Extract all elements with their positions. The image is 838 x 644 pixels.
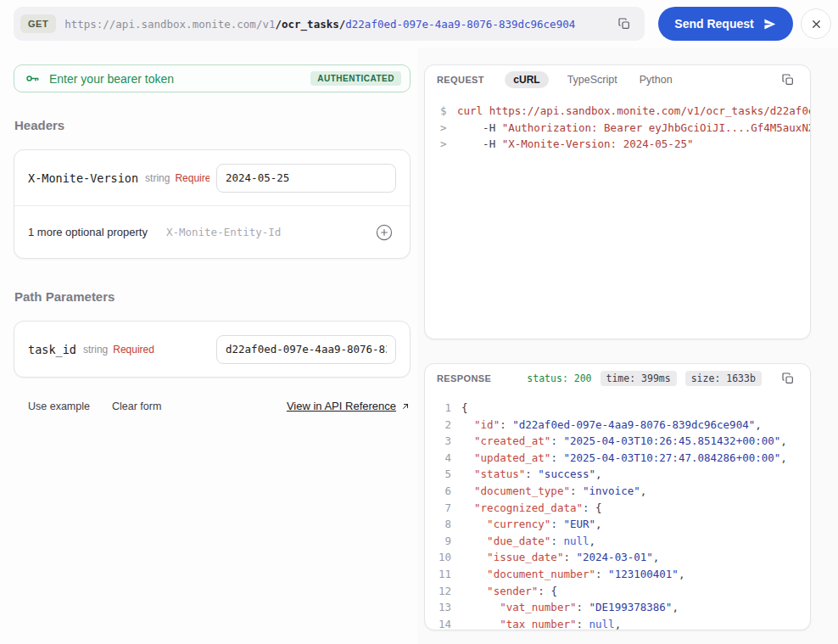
request-code-line: > -H "X-Monite-Version: 2024-05-25" bbox=[440, 136, 810, 153]
code-token: { bbox=[461, 401, 468, 414]
line-number: 7 bbox=[439, 500, 451, 517]
line-number: 2 bbox=[439, 417, 451, 434]
response-status: status: 200 bbox=[527, 372, 591, 384]
code-token: , bbox=[640, 484, 647, 497]
header-param-row: X-Monite-Version string Required bbox=[14, 150, 410, 205]
response-code-line: 4 "updated_at": "2025-04-03T10:27:47.084… bbox=[439, 450, 810, 467]
code-token: "created_at" bbox=[474, 434, 550, 447]
copy-url-button[interactable] bbox=[614, 14, 634, 34]
optional-property-label: 1 more optional property bbox=[28, 226, 148, 238]
send-request-button[interactable]: Send Request bbox=[658, 7, 793, 41]
param-name: task_id bbox=[28, 343, 76, 356]
prompt-char: $ bbox=[440, 103, 457, 120]
response-code-line: 8 "currency": "EUR", bbox=[439, 516, 810, 533]
response-time-badge: time: 399ms bbox=[601, 371, 677, 386]
copy-request-button[interactable] bbox=[778, 70, 798, 90]
line-number: 1 bbox=[439, 400, 451, 417]
code-token: "d22af0ed-097e-4aa9-8076-839dc96ce904" bbox=[512, 418, 755, 431]
code-token bbox=[461, 451, 474, 464]
bearer-token-label: Enter your bearer token bbox=[49, 72, 174, 86]
line-number: 8 bbox=[439, 516, 451, 533]
request-tab-typescript[interactable]: TypeScript bbox=[564, 71, 621, 88]
x-monite-version-input[interactable] bbox=[216, 164, 396, 193]
code-token: "2025-04-03T10:27:47.084286+00:00" bbox=[563, 451, 780, 464]
line-number: 4 bbox=[439, 450, 451, 467]
clear-form-link[interactable]: Clear form bbox=[112, 400, 161, 412]
line-number: 14 bbox=[439, 616, 451, 630]
line-number: 6 bbox=[439, 483, 451, 500]
code-token bbox=[461, 551, 487, 563]
response-code-line: 10 "issue_date": "2024-03-01", bbox=[439, 549, 810, 566]
prompt-char: > bbox=[440, 136, 457, 153]
copy-icon bbox=[781, 73, 795, 87]
http-method-badge[interactable]: GET bbox=[20, 14, 56, 33]
code-token: : bbox=[576, 618, 589, 630]
add-optional-property-button[interactable] bbox=[372, 221, 396, 244]
key-icon bbox=[25, 70, 41, 87]
response-panel: RESPONSE status: 200 time: 399ms size: 1… bbox=[424, 363, 811, 630]
line-number: 10 bbox=[439, 549, 451, 566]
code-token: "2025-04-03T10:26:45.851432+00:00" bbox=[563, 434, 780, 447]
param-name: X-Monite-Version bbox=[28, 171, 138, 185]
param-type: string bbox=[145, 172, 170, 184]
request-panel-header: REQUEST cURLTypeScriptPython bbox=[425, 65, 810, 94]
copy-icon bbox=[781, 372, 795, 385]
use-example-link[interactable]: Use example bbox=[28, 400, 90, 412]
code-token: "document_number" bbox=[487, 568, 595, 580]
code-token: : bbox=[576, 601, 589, 613]
code-token: , bbox=[780, 434, 787, 447]
response-code-line: 1{ bbox=[439, 400, 810, 417]
code-token: : bbox=[500, 418, 512, 431]
copy-response-button[interactable] bbox=[778, 368, 798, 389]
path-params-section-title: Path Parameters bbox=[14, 289, 115, 304]
request-tab-python[interactable]: Python bbox=[636, 71, 676, 88]
code-token bbox=[461, 501, 474, 514]
code-token: "X-Monite-Version: 2024-05-25" bbox=[502, 137, 694, 150]
code-token: null bbox=[563, 535, 589, 547]
param-required-badge: Required bbox=[175, 172, 210, 184]
request-code-line: $curl https://api.sandbox.monite.com/v1/… bbox=[440, 103, 810, 120]
form-footer: Use example Clear form View in API Refer… bbox=[14, 400, 411, 412]
request-panel-title: REQUEST bbox=[437, 75, 484, 85]
response-code-line: 13 "vat_number": "DE199378386", bbox=[439, 599, 810, 616]
code-token: : bbox=[525, 468, 538, 480]
code-token bbox=[461, 418, 474, 431]
request-url-bar[interactable]: GET https://api.sandbox.monite.com/v1 /o… bbox=[14, 7, 645, 41]
code-token: "2024-03-01" bbox=[576, 551, 652, 563]
bearer-token-field[interactable]: Enter your bearer token AUTHENTICATED bbox=[14, 64, 411, 92]
response-code-line: 9 "due_date": null, bbox=[439, 533, 810, 550]
code-token: "sender" bbox=[487, 585, 538, 597]
close-button[interactable] bbox=[801, 8, 831, 39]
request-tab-curl[interactable]: cURL bbox=[505, 71, 548, 88]
code-token: : bbox=[570, 484, 583, 497]
topbar: GET https://api.sandbox.monite.com/v1 /o… bbox=[0, 0, 838, 48]
response-code-line: 14 "tax_number": null, bbox=[439, 616, 810, 630]
headers-card: X-Monite-Version string Required 1 more … bbox=[14, 149, 411, 259]
code-token: , bbox=[653, 551, 660, 563]
plus-circle-icon bbox=[376, 224, 393, 241]
code-token: , bbox=[755, 418, 762, 431]
response-code-line: 7 "recognized_data": { bbox=[439, 500, 810, 517]
code-token bbox=[461, 518, 487, 530]
copy-icon bbox=[617, 17, 631, 31]
request-panel: REQUEST cURLTypeScriptPython $curl https… bbox=[424, 64, 811, 339]
url-path: /ocr_tasks/ bbox=[275, 18, 345, 31]
code-token: "due_date" bbox=[487, 535, 550, 547]
code-token: , bbox=[679, 568, 685, 580]
code-token: : bbox=[550, 434, 563, 447]
code-token: "DE199378386" bbox=[589, 601, 673, 613]
view-api-reference-link[interactable]: View in API Reference bbox=[287, 400, 411, 412]
code-token: : bbox=[563, 551, 576, 563]
code-token bbox=[461, 585, 487, 597]
task-id-input[interactable] bbox=[216, 335, 396, 364]
request-code-block[interactable]: $curl https://api.sandbox.monite.com/v1/… bbox=[425, 94, 810, 153]
code-token: , bbox=[595, 468, 602, 480]
authenticated-badge: AUTHENTICATED bbox=[310, 71, 401, 86]
optional-property-row[interactable]: 1 more optional property X-Monite-Entity… bbox=[14, 205, 410, 258]
response-code-block[interactable]: 1{2 "id": "d22af0ed-097e-4aa9-8076-839dc… bbox=[425, 393, 810, 630]
code-token: "status" bbox=[474, 468, 525, 480]
response-code-line: 6 "document_type": "invoice", bbox=[439, 483, 810, 500]
request-code-line: > -H "Authorization: Bearer eyJhbGciOiJI… bbox=[440, 120, 810, 137]
close-icon bbox=[810, 18, 823, 31]
response-code-line: 12 "sender": { bbox=[439, 583, 810, 600]
